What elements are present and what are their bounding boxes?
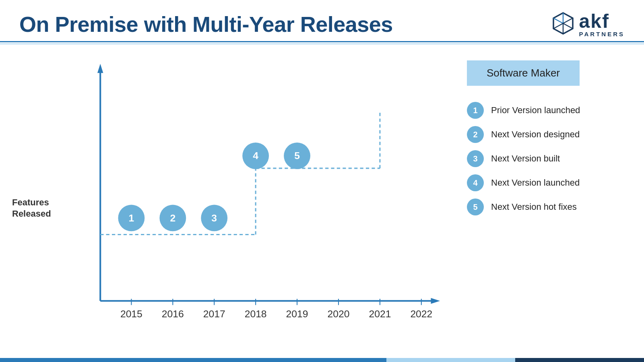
legend-text-4: Next Version launched	[491, 178, 580, 188]
legend-circle-1: 1	[467, 102, 484, 119]
legend-items: 1 Prior Version launched 2 Next Version …	[467, 102, 624, 215]
legend-text-2: Next Version designed	[491, 129, 580, 140]
svg-line-5	[553, 23, 563, 29]
svg-line-3	[563, 18, 573, 23]
bottom-bars	[0, 358, 644, 362]
legend-item-3: 3 Next Version built	[467, 150, 624, 167]
divider-container	[0, 37, 644, 44]
akf-partners: PARTNERS	[579, 31, 625, 37]
akf-logo-icon	[551, 11, 575, 37]
legend-text-3: Next Version built	[491, 153, 560, 164]
legend-circle-5: 5	[467, 199, 484, 215]
svg-text:1: 1	[129, 213, 134, 223]
svg-line-2	[553, 18, 563, 23]
legend-item-5: 5 Next Version hot fixes	[467, 199, 624, 215]
svg-text:2015: 2015	[120, 308, 142, 319]
software-maker-box: Software Maker	[467, 60, 580, 86]
akf-logo-text: akf PARTNERS	[579, 12, 625, 37]
svg-text:2020: 2020	[328, 308, 350, 319]
chart-area: FeaturesReleased 2015 2016 2017 2018 201…	[12, 48, 463, 350]
svg-marker-10	[431, 298, 440, 304]
legend-text-5: Next Version hot fixes	[491, 202, 577, 212]
page-title: On Premise with Multi-Year Releases	[19, 12, 393, 37]
legend-item-1: 1 Prior Version launched	[467, 102, 624, 119]
legend-circle-2: 2	[467, 126, 484, 143]
bottom-bar-light	[386, 358, 515, 362]
akf-logo: akf PARTNERS	[551, 11, 625, 37]
legend-circle-4: 4	[467, 174, 484, 191]
legend-text-1: Prior Version launched	[491, 105, 580, 116]
akf-name: akf	[579, 12, 625, 31]
svg-text:2: 2	[170, 213, 175, 223]
bottom-bar-blue	[0, 358, 386, 362]
legend-area: Software Maker 1 Prior Version launched …	[463, 48, 632, 350]
legend-circle-3: 3	[467, 150, 484, 167]
svg-text:5: 5	[294, 150, 300, 161]
svg-text:2018: 2018	[245, 308, 267, 319]
svg-text:2022: 2022	[410, 308, 432, 319]
bottom-bar-dark	[515, 358, 644, 362]
legend-item-4: 4 Next Version launched	[467, 174, 624, 191]
svg-line-6	[563, 23, 573, 29]
legend-item-2: 2 Next Version designed	[467, 126, 624, 143]
svg-text:4: 4	[253, 150, 258, 161]
svg-text:2017: 2017	[203, 308, 225, 319]
svg-text:2021: 2021	[369, 308, 391, 319]
svg-text:2016: 2016	[162, 308, 184, 319]
divider-thin	[0, 43, 644, 44]
svg-text:3: 3	[211, 213, 217, 223]
divider-thick	[0, 41, 644, 42]
svg-text:2019: 2019	[286, 308, 308, 319]
svg-marker-8	[97, 64, 103, 73]
chart-svg: 2015 2016 2017 2018 2019 2020 2021 2022 …	[44, 56, 463, 326]
header: On Premise with Multi-Year Releases akf …	[0, 0, 644, 37]
main-content: FeaturesReleased 2015 2016 2017 2018 201…	[0, 44, 644, 354]
y-axis-label: FeaturesReleased	[12, 197, 44, 220]
